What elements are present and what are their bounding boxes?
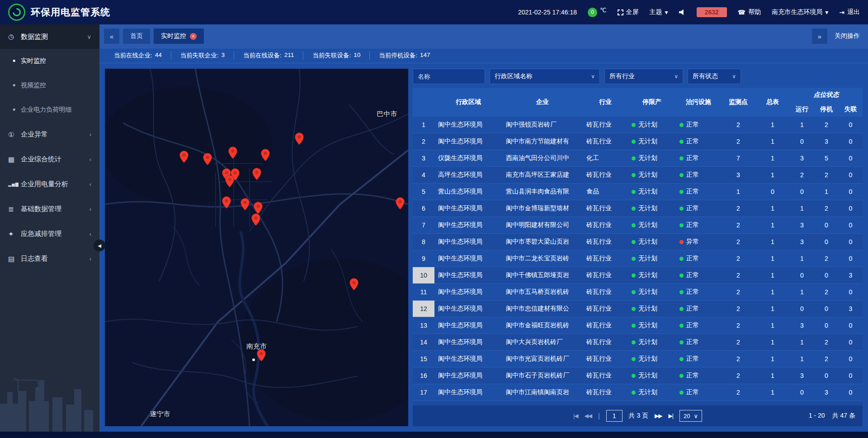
cell-company: 阆中明阳建材有限公司 (502, 221, 583, 229)
sidebar-item-company-abnormal[interactable]: ① 企业异常 ‹ (0, 122, 99, 147)
cell-total: 1 (755, 339, 790, 346)
map-pin[interactable] (260, 149, 270, 161)
tabs-scroll-right-button[interactable]: » (812, 28, 827, 44)
sidebar-item-logs[interactable]: ▤ 日志查看 ‹ (0, 246, 99, 271)
cell-lost: 0 (839, 339, 863, 346)
table-row[interactable]: 5营山生态环境局营山县润丰肉食品有限食品无计划正常10010 (413, 184, 863, 200)
table-row[interactable]: 15阆中生态环境局阆中市光富页岩机砖厂砖瓦行业无计划正常21120 (413, 351, 863, 367)
row-index[interactable]: 4 (413, 167, 434, 183)
speaker-icon[interactable] (679, 9, 686, 15)
table-row[interactable]: 2阆中生态环境局阆中市南方节能建材有砖瓦行业无计划正常21030 (413, 133, 863, 150)
page-size-select[interactable]: 20 ∨ (679, 410, 702, 422)
name-filter-input[interactable] (413, 69, 485, 84)
map-pin[interactable] (228, 146, 238, 159)
map-pin[interactable] (253, 202, 263, 214)
row-index[interactable]: 13 (413, 317, 434, 334)
table-row[interactable]: 3仪陇生态环境局西南油气田分公司川中化工无计划正常71350 (413, 150, 863, 167)
sidebar-subitem-power-load-detail[interactable]: • 企业电力负荷明细 (0, 98, 99, 122)
table-row[interactable]: 10阆中生态环境局阆中千佛镇五郎垭页岩砖瓦行业无计划正常21003 (413, 267, 863, 284)
row-index[interactable]: 11 (413, 284, 434, 300)
prev-page-button[interactable]: ◀◀ (584, 413, 591, 419)
cell-total: 1 (755, 255, 790, 262)
table-row[interactable]: 16阆中生态环境局阆中市石子页岩机砖厂砖瓦行业无计划正常21300 (413, 367, 863, 384)
logout-button[interactable]: ⇥ 退出 (839, 8, 860, 16)
table-row[interactable]: 7阆中生态环境局阆中明阳建材有限公司砖瓦行业无计划正常21300 (413, 217, 863, 234)
cell-stop: 0 (814, 272, 839, 279)
next-page-button[interactable]: ▶▶ (655, 413, 662, 419)
row-index[interactable]: 2 (413, 133, 434, 150)
map-pin[interactable] (349, 278, 359, 291)
last-page-button[interactable]: ▶| (669, 413, 673, 419)
sidebar-collapse-button[interactable]: ◀ (94, 240, 105, 251)
page-number-input[interactable] (606, 410, 623, 422)
tabs-scroll-left-button[interactable]: « (104, 28, 119, 44)
table-row[interactable]: 12阆中生态环境局阆中市忠信建材有限公砖瓦行业无计划正常21003 (413, 301, 863, 317)
close-icon[interactable]: × (190, 33, 197, 40)
tab-home[interactable]: 首页 (123, 28, 150, 44)
map-pin[interactable] (241, 198, 250, 211)
org-dropdown[interactable]: 南充市生态环境局 ▾ (772, 8, 828, 16)
sidebar-item-base-data[interactable]: ≣ 基础数据管理 ‹ (0, 197, 99, 221)
table-row[interactable]: 6阆中生态环境局阆中市金博瑞新型墙材砖瓦行业无计划正常21120 (413, 200, 863, 217)
map-pin[interactable] (222, 196, 231, 209)
cell-points: 2 (721, 255, 755, 262)
table-row[interactable]: 18南部生态环境局南部县建材有限公司砖瓦行业无计划正常21000 (413, 401, 863, 405)
table-row[interactable]: 8阆中生态环境局阆中市枣碧大梁山页岩砖瓦行业无计划异常21300 (413, 234, 863, 250)
map-pin[interactable] (179, 151, 189, 163)
table-row[interactable]: 1阆中生态环境局阆中强锐页岩砖厂砖瓦行业无计划正常21120 (413, 117, 863, 133)
help-button[interactable]: ☎ 帮助 (738, 8, 761, 16)
row-index[interactable]: 16 (413, 367, 434, 384)
map-pin[interactable] (251, 213, 261, 226)
cell-region: 阆中生态环境局 (434, 355, 502, 363)
map-pin[interactable] (257, 349, 266, 362)
row-index[interactable]: 1 (413, 117, 434, 133)
status-filter-select[interactable]: 所有状态 ∨ (688, 69, 741, 84)
row-index[interactable]: 17 (413, 384, 434, 400)
table-row[interactable]: 13阆中生态环境局阆中市金福旺页岩机砖砖瓦行业无计划正常21300 (413, 317, 863, 334)
table-row[interactable]: 17阆中生态环境局阆中市江南镇阆南页岩砖瓦行业无计划正常21030 (413, 384, 863, 401)
industry-filter-select[interactable]: 所有行业 ∨ (604, 69, 683, 84)
table-row[interactable]: 9阆中生态环境局阆中市二龙长宝页岩砖砖瓦行业无计划正常21120 (413, 250, 863, 267)
table-row[interactable]: 11阆中生态环境局阆中市五马桥页岩机砖砖瓦行业无计划正常21120 (413, 284, 863, 301)
row-index[interactable]: 10 (413, 267, 434, 283)
sidebar-item-data-monitor[interactable]: ◷ 数据监测 ∨ (0, 24, 99, 49)
row-index[interactable]: 12 (413, 301, 434, 317)
fullscreen-button[interactable]: 全屏 (618, 8, 639, 16)
row-index[interactable]: 15 (413, 351, 434, 367)
cell-facility: 正常 (676, 338, 721, 346)
map-pin[interactable] (395, 197, 405, 210)
sidebar-subitem-realtime-monitor[interactable]: • 实时监控 (0, 49, 99, 73)
theme-dropdown[interactable]: 主题 ▾ (650, 8, 668, 16)
close-operations-button[interactable]: 关闭操作 (835, 32, 860, 40)
row-index[interactable]: 8 (413, 234, 434, 250)
first-page-button[interactable]: |◀ (573, 413, 578, 419)
row-index[interactable]: 6 (413, 200, 434, 217)
row-index[interactable]: 9 (413, 250, 434, 267)
map-pin[interactable] (252, 168, 261, 180)
map-pin[interactable] (203, 153, 212, 165)
sidebar-subitem-video-monitor[interactable]: • 视频监控 (0, 73, 99, 98)
map-pin[interactable] (295, 132, 304, 145)
table-row[interactable]: 14阆中生态环境局阆中大兴页岩机砖厂砖瓦行业无计划正常21120 (413, 334, 863, 351)
cell-region: 仪陇生态环境局 (434, 154, 502, 162)
row-index[interactable]: 3 (413, 150, 434, 166)
row-index[interactable]: 5 (413, 184, 434, 200)
alert-count-badge[interactable]: 2632 (697, 7, 727, 17)
row-index[interactable]: 7 (413, 217, 434, 233)
map-pin[interactable] (225, 175, 235, 188)
cell-stop: 2 (814, 121, 839, 128)
datetime: 2021-02-25 17:46:18 (518, 9, 577, 16)
row-index[interactable]: 18 (413, 401, 434, 405)
cell-limit: 无计划 (628, 171, 676, 179)
cell-points: 2 (721, 238, 755, 245)
sidebar-item-emergency[interactable]: ✦ 应急减排管理 ‹ (0, 221, 99, 246)
row-index[interactable]: 14 (413, 334, 434, 350)
sidebar-item-power-analysis[interactable]: ▂▅▇ 企业用电量分析 ‹ (0, 172, 99, 197)
status-dot-green (632, 257, 636, 261)
region-filter-select[interactable]: 行政区域名称 ∨ (490, 69, 600, 84)
sidebar-item-company-statistics[interactable]: ▦ 企业综合统计 ‹ (0, 147, 99, 172)
tab-realtime-monitor[interactable]: 实时监控 × (154, 28, 204, 44)
table-row[interactable]: 4高坪生态环境局南充市高坪区王家店建砖瓦行业无计划正常31220 (413, 167, 863, 184)
map[interactable]: 巴中市南充市遂宁市 (105, 69, 408, 426)
status-dot-green (632, 207, 636, 211)
